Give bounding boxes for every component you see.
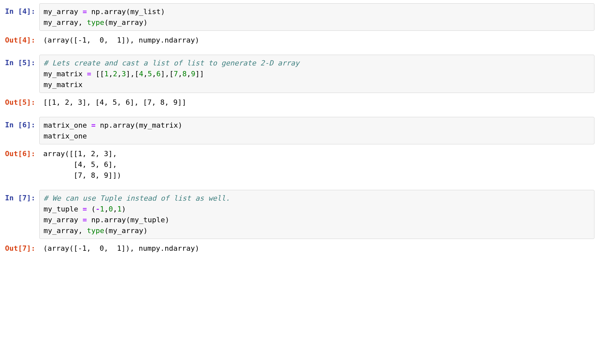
- code-token: np: [87, 216, 100, 224]
- code-token: ,: [143, 70, 148, 78]
- code-line: # Lets create and cast a list of list to…: [44, 58, 590, 68]
- code-token: 6: [156, 70, 160, 78]
- code-line: my_array = np.array(my_tuple): [44, 214, 590, 225]
- code-token: ],[: [161, 70, 174, 78]
- code-line: matrix_one = np.array(my_matrix): [44, 120, 590, 131]
- code-token: 4: [139, 70, 143, 78]
- code-line: my_matrix: [44, 79, 590, 90]
- code-token: =: [82, 205, 87, 213]
- code-token: ,: [187, 70, 191, 78]
- code-token: ,: [104, 205, 108, 213]
- output-cell: Out[6]:array([[1, 2, 3], [4, 5, 6], [7, …: [0, 146, 601, 190]
- code-token: 9: [191, 70, 195, 78]
- code-token: ,: [109, 70, 113, 78]
- code-token: 5: [148, 70, 152, 78]
- code-token: .: [109, 121, 113, 129]
- output-text: [[1, 2, 3], [4, 5, 6], [7, 8, 9]]: [43, 97, 591, 108]
- code-input-area[interactable]: # Lets create and cast a list of list to…: [39, 55, 594, 93]
- output-text: (array([-1, 0, 1]), numpy.ndarray): [43, 243, 591, 254]
- output-area: (array([-1, 0, 1]), numpy.ndarray): [39, 240, 594, 256]
- code-token: my_array,: [44, 18, 87, 27]
- output-area: [[1, 2, 3], [4, 5, 6], [7, 8, 9]]: [39, 94, 594, 110]
- code-token: ,: [178, 70, 182, 78]
- code-token: # Lets create and cast a list of list to…: [44, 59, 299, 67]
- code-token: np: [96, 121, 109, 129]
- code-token: my_matrix: [44, 81, 82, 89]
- code-token: matrix_one: [44, 121, 91, 129]
- output-text: (array([-1, 0, 1]), numpy.ndarray): [43, 35, 591, 46]
- code-token: array(my_list): [104, 8, 165, 16]
- output-area: (array([-1, 0, 1]), numpy.ndarray): [39, 32, 594, 48]
- code-token: =: [91, 121, 96, 129]
- code-token: 0: [109, 205, 113, 213]
- code-token: 1: [104, 70, 108, 78]
- code-line: # We can use Tuple instead of list as we…: [44, 193, 590, 204]
- code-token: (: [87, 205, 96, 213]
- input-prompt: In [5]:: [0, 55, 39, 68]
- output-text: array([[1, 2, 3], [4, 5, 6], [7, 8, 9]]): [43, 148, 591, 181]
- output-prompt: Out[5]:: [0, 94, 39, 108]
- code-token: # We can use Tuple instead of list as we…: [44, 194, 230, 202]
- code-token: array(my_tuple): [104, 216, 169, 224]
- code-token: ],[: [126, 70, 139, 78]
- notebook-container: In [4]:my_array = np.array(my_list)my_ar…: [0, 3, 601, 263]
- code-token: my_tuple: [44, 205, 82, 213]
- code-token: ): [121, 205, 126, 213]
- code-token: 3: [121, 70, 126, 78]
- code-token: ,: [152, 70, 156, 78]
- code-input-area[interactable]: # We can use Tuple instead of list as we…: [39, 190, 594, 239]
- code-input-area[interactable]: matrix_one = np.array(my_matrix)matrix_o…: [39, 117, 594, 144]
- code-token: .: [100, 8, 104, 16]
- code-input-area[interactable]: my_array = np.array(my_list)my_array, ty…: [39, 3, 594, 31]
- code-token: (my_array): [104, 227, 147, 235]
- code-token: matrix_one: [44, 132, 87, 140]
- input-prompt: In [6]:: [0, 117, 39, 130]
- output-prompt: Out[6]:: [0, 146, 39, 159]
- output-prompt: Out[7]:: [0, 240, 39, 254]
- code-token: [[: [91, 70, 104, 78]
- code-token: =: [82, 216, 87, 224]
- input-cell: In [4]:my_array = np.array(my_list)my_ar…: [0, 3, 601, 32]
- code-token: array(my_matrix): [113, 121, 182, 129]
- code-token: (my_array): [104, 18, 147, 27]
- code-token: 7: [173, 70, 178, 78]
- output-cell: Out[7]:(array([-1, 0, 1]), numpy.ndarray…: [0, 240, 601, 263]
- code-token: my_array: [44, 8, 82, 16]
- code-line: my_array, type(my_array): [44, 225, 590, 236]
- code-token: ,: [113, 205, 117, 213]
- code-token: np: [87, 8, 100, 16]
- code-token: 1: [100, 205, 104, 213]
- code-token: ,: [117, 70, 121, 78]
- code-token: 1: [117, 205, 121, 213]
- input-prompt: In [4]:: [0, 3, 39, 17]
- code-token: ]]: [195, 70, 204, 78]
- code-line: my_tuple = (-1,0,1): [44, 204, 590, 214]
- code-token: type: [87, 18, 104, 27]
- code-token: .: [100, 216, 104, 224]
- output-prompt: Out[4]:: [0, 32, 39, 46]
- code-line: my_matrix = [[1,2,3],[4,5,6],[7,8,9]]: [44, 68, 590, 79]
- code-line: matrix_one: [44, 131, 590, 141]
- code-line: my_array = np.array(my_list): [44, 6, 590, 17]
- code-token: 8: [182, 70, 187, 78]
- output-cell: Out[5]:[[1, 2, 3], [4, 5, 6], [7, 8, 9]]: [0, 94, 601, 117]
- code-token: 2: [113, 70, 117, 78]
- code-token: =: [87, 70, 91, 78]
- code-token: my_array: [44, 216, 82, 224]
- output-cell: Out[4]:(array([-1, 0, 1]), numpy.ndarray…: [0, 32, 601, 55]
- code-token: my_array,: [44, 227, 87, 235]
- code-token: type: [87, 227, 104, 235]
- input-cell: In [7]:# We can use Tuple instead of lis…: [0, 190, 601, 240]
- code-token: my_matrix: [44, 70, 87, 78]
- input-prompt: In [7]:: [0, 190, 39, 203]
- input-cell: In [6]:matrix_one = np.array(my_matrix)m…: [0, 117, 601, 146]
- code-line: my_array, type(my_array): [44, 17, 590, 28]
- code-token: =: [82, 8, 87, 16]
- output-area: array([[1, 2, 3], [4, 5, 6], [7, 8, 9]]): [39, 146, 594, 183]
- input-cell: In [5]:# Lets create and cast a list of …: [0, 55, 601, 94]
- code-token: -: [96, 205, 100, 213]
